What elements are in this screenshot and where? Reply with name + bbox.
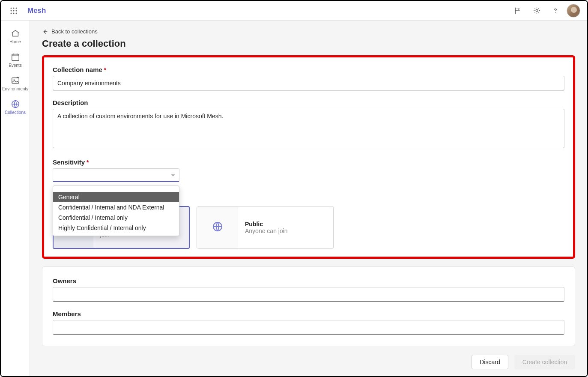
- svg-point-4: [13, 10, 15, 11]
- rail-label: Home: [9, 39, 21, 44]
- description-input[interactable]: [53, 109, 564, 148]
- back-link-label: Back to collections: [51, 28, 98, 35]
- rail-collections[interactable]: Collections: [3, 96, 28, 117]
- calendar-icon: [10, 52, 21, 62]
- gear-icon[interactable]: [527, 2, 546, 19]
- owners-input[interactable]: [53, 287, 564, 302]
- sensitivity-option[interactable]: Confidential / Internal and NDA External: [53, 202, 179, 212]
- rail-label: Collections: [5, 110, 26, 115]
- svg-point-10: [555, 12, 555, 12]
- help-icon[interactable]: [546, 2, 565, 19]
- privacy-public-subtitle: Anyone can join: [245, 227, 288, 234]
- svg-point-3: [11, 10, 12, 11]
- create-collection-button[interactable]: Create collection: [514, 355, 575, 369]
- discard-button[interactable]: Discard: [472, 355, 508, 369]
- app-launcher-icon[interactable]: [5, 2, 22, 19]
- collection-name-label: Collection name*: [53, 66, 564, 73]
- svg-rect-11: [12, 54, 19, 61]
- svg-point-5: [16, 10, 17, 11]
- sensitivity-option[interactable]: Confidential / Internal only: [53, 212, 179, 223]
- sensitivity-option[interactable]: Highly Confidential / Internal only: [53, 223, 179, 233]
- globe-icon: [10, 99, 21, 109]
- privacy-public-title: Public: [245, 221, 288, 227]
- form-card-people: Owners Members: [42, 266, 575, 346]
- page-title: Create a collection: [42, 38, 575, 49]
- sensitivity-option[interactable]: General: [53, 192, 179, 202]
- sensitivity-label: Sensitivity*: [53, 159, 564, 166]
- back-to-collections[interactable]: Back to collections: [42, 28, 98, 35]
- svg-point-1: [13, 7, 15, 9]
- home-icon: [10, 28, 21, 39]
- svg-point-0: [11, 7, 12, 9]
- sensitivity-select[interactable]: [53, 168, 179, 182]
- sensitivity-dropdown: General Confidential / Internal and NDA …: [53, 186, 179, 236]
- svg-point-2: [16, 7, 17, 9]
- image-icon: [10, 75, 21, 86]
- svg-point-7: [13, 12, 15, 14]
- svg-rect-12: [12, 78, 19, 84]
- rail-environments[interactable]: Environments: [3, 73, 28, 93]
- rail-label: Environments: [2, 87, 28, 91]
- svg-point-9: [536, 9, 538, 12]
- svg-point-6: [11, 12, 12, 14]
- app-title: Mesh: [27, 6, 46, 15]
- flag-icon[interactable]: [508, 2, 527, 19]
- collection-name-input[interactable]: [53, 76, 564, 90]
- form-card-main: Collection name* Description Sensitivity…: [42, 55, 575, 259]
- svg-point-8: [16, 12, 17, 14]
- privacy-tile-public[interactable]: Public Anyone can join: [197, 206, 334, 249]
- arrow-left-icon: [42, 29, 48, 35]
- rail-home[interactable]: Home: [3, 26, 28, 46]
- globe-icon: [211, 220, 224, 235]
- members-input[interactable]: [53, 320, 564, 335]
- rail-label: Events: [9, 63, 22, 68]
- description-label: Description: [53, 99, 564, 106]
- members-label: Members: [53, 310, 564, 317]
- rail-events[interactable]: Events: [3, 49, 28, 69]
- owners-label: Owners: [53, 277, 564, 284]
- avatar[interactable]: [567, 4, 580, 18]
